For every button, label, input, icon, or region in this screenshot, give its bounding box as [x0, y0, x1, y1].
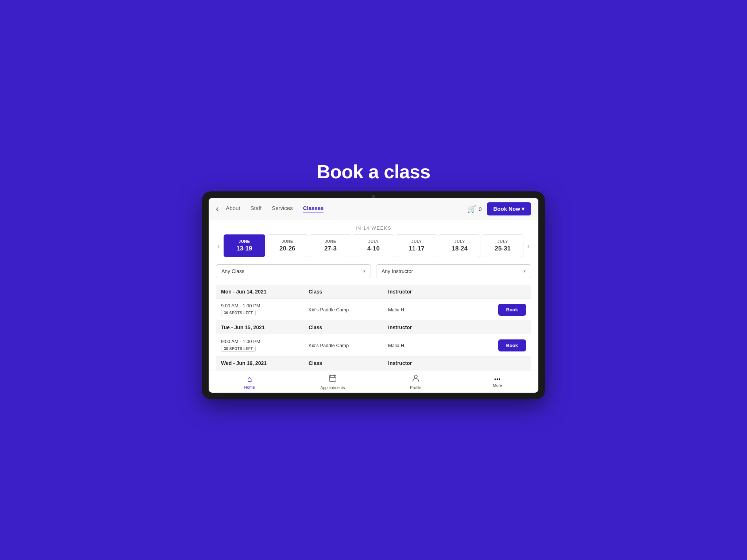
class-name-0-0: Kid's Paddle Camp — [309, 307, 388, 312]
instructor-filter-label: Any Instructor — [382, 268, 413, 274]
bottom-nav: ⌂ Home Appointments — [209, 370, 538, 393]
week-month-2: JUNE — [313, 239, 348, 244]
profile-label: Profile — [410, 385, 421, 390]
more-label: More — [493, 383, 502, 388]
week-next-button[interactable]: › — [526, 240, 531, 252]
time-text-1-0: 9:00 AM - 1:00 PM — [221, 339, 309, 344]
instructor-filter[interactable]: Any Instructor ▾ — [376, 264, 531, 278]
day-header-0: Mon - Jun 14, 2021 Class Instructor — [216, 285, 531, 299]
week-dates-5: 18-24 — [442, 245, 477, 252]
nav-tabs: About Staff Services Classes — [226, 205, 467, 213]
week-cell-6[interactable]: JULY 25-31 — [482, 234, 523, 257]
day-section-0: Mon - Jun 14, 2021 Class Instructor 9:00… — [216, 285, 531, 321]
week-cell-3[interactable]: JULY 4-10 — [353, 234, 394, 257]
day-section-2: Wed - Jun 16, 2021 Class Instructor — [216, 357, 531, 370]
week-dates-2: 27-3 — [313, 245, 348, 252]
home-label: Home — [244, 385, 255, 389]
class-filter-label: Any Class — [221, 268, 244, 274]
tablet-camera — [372, 195, 375, 198]
tab-about[interactable]: About — [226, 205, 240, 213]
instructor-filter-chevron: ▾ — [523, 269, 526, 274]
class-filter-chevron: ▾ — [363, 269, 365, 274]
bottom-nav-profile[interactable]: Profile — [405, 374, 427, 390]
book-now-button[interactable]: Book Now ▾ — [487, 202, 531, 215]
week-cell-5[interactable]: JULY 18-24 — [439, 234, 480, 257]
time-col-1-0: 9:00 AM - 1:00 PM 30 SPOTS LEFT — [221, 339, 309, 352]
spots-badge-1-0: 30 SPOTS LEFT — [221, 346, 256, 352]
week-dates-4: 11-17 — [399, 245, 434, 252]
instructor-name-0-0: Malia H. — [388, 307, 468, 312]
day-col-instructor-2: Instructor — [388, 360, 468, 366]
day-col-class-1: Class — [309, 324, 388, 330]
instructor-name-1-0: Malia H. — [388, 343, 468, 348]
week-dates-0: 13-19 — [227, 245, 262, 252]
week-cells: JUNE 13-19 JUNE 20-26 JUNE 27-3 JULY 4-1… — [223, 234, 525, 257]
time-col-0-0: 9:00 AM - 1:00 PM 30 SPOTS LEFT — [221, 303, 309, 316]
day-header-1: Tue - Jun 15, 2021 Class Instructor — [216, 321, 531, 334]
tab-staff[interactable]: Staff — [251, 205, 262, 213]
week-month-1: JUNE — [270, 239, 305, 244]
week-month-5: JULY — [442, 239, 477, 244]
schedule: Mon - Jun 14, 2021 Class Instructor 9:00… — [216, 285, 531, 370]
week-cell-0[interactable]: JUNE 13-19 — [224, 234, 265, 257]
bottom-nav-home[interactable]: ⌂ Home — [239, 374, 260, 389]
weeks-label: IN 14 WEEKS — [216, 220, 531, 234]
cart-icon: 🛒 — [467, 205, 476, 213]
week-cell-4[interactable]: JULY 11-17 — [396, 234, 437, 257]
class-row-0-0: 9:00 AM - 1:00 PM 30 SPOTS LEFT Kid's Pa… — [216, 299, 531, 321]
week-dates-6: 25-31 — [485, 245, 520, 252]
week-dates-3: 4-10 — [356, 245, 391, 252]
content: IN 14 WEEKS ‹ JUNE 13-19 JUNE 20-26 JUNE — [209, 220, 538, 370]
cart-count: 0 — [479, 206, 481, 212]
class-row-1-0: 9:00 AM - 1:00 PM 30 SPOTS LEFT Kid's Pa… — [216, 334, 531, 357]
page-title: Book a class — [317, 161, 430, 183]
top-nav: ‹ About Staff Services Classes 🛒 0 Book … — [209, 198, 538, 220]
class-filter[interactable]: Any Class ▾ — [216, 264, 371, 278]
day-label-2: Wed - Jun 16, 2021 — [221, 360, 309, 366]
class-name-1-0: Kid's Paddle Camp — [309, 343, 388, 348]
week-prev-button[interactable]: ‹ — [216, 240, 221, 252]
back-button[interactable]: ‹ — [216, 205, 218, 213]
spots-badge-0-0: 30 SPOTS LEFT — [221, 310, 256, 316]
book-button-0-0[interactable]: Book — [498, 304, 526, 316]
day-label-1: Tue - Jun 15, 2021 — [221, 324, 309, 330]
week-month-6: JULY — [485, 239, 520, 244]
tablet-frame: ‹ About Staff Services Classes 🛒 0 Book … — [202, 191, 545, 399]
appointments-icon — [329, 374, 337, 384]
more-icon: ••• — [494, 376, 501, 382]
day-col-instructor-0: Instructor — [388, 289, 468, 295]
day-header-2: Wed - Jun 16, 2021 Class Instructor — [216, 357, 531, 370]
bottom-nav-more[interactable]: ••• More — [487, 376, 508, 388]
week-cell-1[interactable]: JUNE 20-26 — [267, 234, 308, 257]
day-col-class-2: Class — [309, 360, 388, 366]
week-cell-2[interactable]: JUNE 27-3 — [310, 234, 351, 257]
tab-services[interactable]: Services — [272, 205, 293, 213]
home-icon: ⌂ — [247, 374, 252, 384]
time-text-0-0: 9:00 AM - 1:00 PM — [221, 303, 309, 308]
day-col-class-0: Class — [309, 289, 388, 295]
tablet-screen: ‹ About Staff Services Classes 🛒 0 Book … — [209, 198, 538, 393]
filters: Any Class ▾ Any Instructor ▾ — [216, 264, 531, 278]
appointments-label: Appointments — [320, 385, 345, 390]
day-col-instructor-1: Instructor — [388, 324, 468, 330]
svg-rect-0 — [329, 376, 336, 381]
week-month-4: JULY — [399, 239, 434, 244]
week-dates-1: 20-26 — [270, 245, 305, 252]
week-month-3: JULY — [356, 239, 391, 244]
nav-right: 🛒 0 Book Now ▾ — [467, 202, 531, 215]
week-picker: ‹ JUNE 13-19 JUNE 20-26 JUNE 27-3 — [216, 234, 531, 257]
profile-icon — [412, 374, 420, 384]
day-label-0: Mon - Jun 14, 2021 — [221, 289, 309, 295]
cart-area[interactable]: 🛒 0 — [467, 205, 481, 213]
tab-classes[interactable]: Classes — [303, 205, 324, 213]
bottom-nav-appointments[interactable]: Appointments — [320, 374, 345, 390]
svg-point-4 — [414, 375, 417, 378]
book-button-1-0[interactable]: Book — [498, 339, 526, 351]
day-section-1: Tue - Jun 15, 2021 Class Instructor 9:00… — [216, 321, 531, 357]
week-month-0: JUNE — [227, 239, 262, 244]
